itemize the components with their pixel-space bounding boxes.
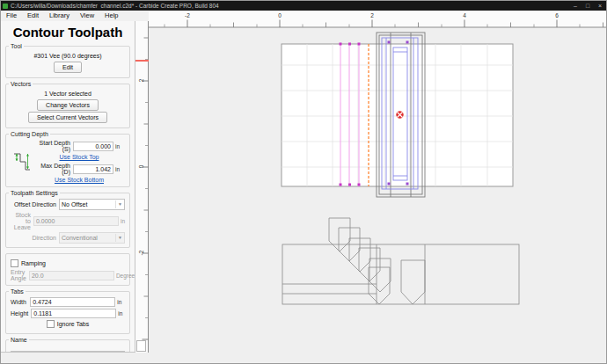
tab-width-label: Width [11,299,30,305]
cutting-depth-group-label: Cutting Depth [9,131,50,138]
max-depth-label: Max Depth (D) [33,163,73,175]
change-vectors-button[interactable]: Change Vectors [37,99,99,111]
toolpath-settings-group: Toolpath Settings Offset Direction No Of… [5,193,130,248]
toolpath-settings-group-label: Toolpath Settings [9,190,60,197]
entry-angle-row: Entry Angle Degrees [11,269,125,281]
tab-height-unit: in [116,310,125,317]
tab-height-label: Height [11,310,31,317]
stock-to-leave-row: Stock to Leave in [11,212,125,230]
stock-to-leave-input [33,216,119,226]
menu-file[interactable]: File [1,11,22,21]
start-depth-row: Start Depth (S) in [33,140,125,152]
toolpath-start-marker [396,111,403,118]
design-canvas[interactable] [149,11,607,364]
toolpath-parameter-panel: Contour Toolpath Tool #301 Vee (90.0 deg… [1,21,135,353]
use-stock-top-link[interactable]: Use Stock Top [33,154,125,160]
tab-height-input[interactable] [31,309,116,318]
maximize-button[interactable]: □ [581,1,594,11]
vectors-group: Vectors 1 Vector selected Change Vectors… [5,84,130,128]
max-depth-unit: in [113,166,125,172]
start-depth-input[interactable] [73,142,113,151]
v-ruler-tick-label: 0 [138,163,144,171]
ignore-tabs-row: Ignore Tabs [11,320,125,328]
direction-value: Conventional [62,235,98,241]
title-bar: C:/Users/willa/Downloads/chamfer_channel… [1,1,607,11]
use-stock-bottom-link[interactable]: Use Stock Bottom [33,177,125,183]
entry-angle-input [29,271,114,280]
tool-name: #301 Vee (90.0 degrees) [11,53,125,59]
h-ruler-tick-label: -2 [181,12,194,18]
entry-angle-label: Entry Angle [11,269,29,281]
page-title: Contour Toolpath [3,25,133,40]
ramping-checkbox-row: Ramping [11,259,125,267]
h-ruler-tick-label: 6 [551,12,563,18]
ramping-checkbox[interactable] [11,259,18,267]
menu-edit[interactable]: Edit [22,11,44,21]
ignore-tabs-label: Ignore Tabs [57,321,89,327]
minimize-button[interactable]: – [569,1,581,11]
name-group-label: Name [9,337,29,344]
menu-help[interactable]: Help [99,11,123,21]
chevron-down-icon: ▼ [115,200,122,208]
menu-view[interactable]: View [75,11,99,21]
h-ruler-labels: -2 0 2 4 6 [149,11,607,27]
tool-group-label: Tool [9,43,24,50]
panel-scrollbar-thumb[interactable] [136,340,146,352]
direction-select: Conventional ▼ [59,232,125,244]
menu-library[interactable]: Library [44,11,75,21]
tab-width-input[interactable] [30,297,115,307]
window-title: C:/Users/willa/Downloads/chamfer_channel… [11,3,569,9]
tool-group: Tool #301 Vee (90.0 degrees) Edit [5,46,130,78]
v-ruler-tick-label: -2 [138,249,144,258]
ramping-label: Ramping [21,260,46,266]
direction-label: Direction [11,235,59,241]
app-logo-icon [3,4,8,9]
tab-height-row: Height in [11,309,125,318]
vectors-status: 1 Vector selected [11,91,125,97]
tabs-group: Tabs Width in Height in Ignore Tabs [5,291,130,334]
carbide-create-window: C:/Users/willa/Downloads/chamfer_channel… [0,0,607,364]
entry-angle-unit: Degrees [114,273,135,279]
start-depth-label: Start Depth (S) [33,140,73,152]
offset-direction-value: No Offset [62,201,87,207]
start-depth-unit: in [113,143,125,149]
max-depth-input[interactable] [73,164,113,174]
ruler-position-marker [135,60,149,62]
v-ruler-tick-label: 2 [138,76,144,85]
chevron-down-icon: ▼ [115,234,122,242]
h-ruler-tick-label: 4 [458,12,471,18]
close-button[interactable]: × [594,1,606,11]
cutting-depth-diagram-icon [11,140,33,183]
direction-row: Direction Conventional ▼ [11,232,125,244]
offset-direction-row: Offset Direction No Offset ▼ [11,199,125,210]
h-ruler-tick-label: 2 [366,12,378,18]
offset-direction-select[interactable]: No Offset ▼ [59,199,125,210]
toolpath-name-input[interactable] [11,351,125,353]
vectors-group-label: Vectors [9,81,33,88]
stock-to-leave-unit: in [119,218,125,224]
h-ruler-tick-label: 0 [274,12,286,18]
stock-to-leave-label: Stock to Leave [11,212,33,230]
ignore-tabs-checkbox[interactable] [47,320,55,328]
tab-width-row: Width in [11,297,125,307]
vertical-ruler: 2 0 -2 [135,21,149,353]
tabs-group-label: Tabs [9,288,26,295]
max-depth-row: Max Depth (D) in [33,163,125,175]
cutting-depth-group: Cutting Depth Start Depth (S) i [5,134,130,187]
ramping-group: Ramping Entry Angle Degrees [5,253,130,286]
design-canvas-area: -2 0 2 4 6 [149,11,607,364]
tab-width-unit: in [115,299,125,305]
offset-direction-label: Offset Direction [11,201,59,207]
select-current-vectors-button[interactable]: Select Current Vectors [28,112,107,123]
name-group: Name [5,339,130,353]
edit-tool-button[interactable]: Edit [54,62,82,73]
